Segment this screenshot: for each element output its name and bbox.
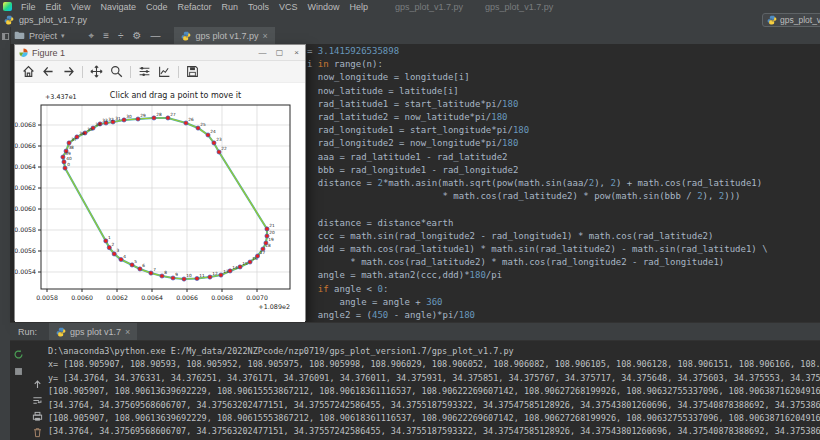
trash-icon[interactable] — [32, 427, 43, 438]
forward-icon[interactable] — [62, 65, 75, 78]
editor-tab-gps-plot[interactable]: gps plot v1.7.py × — [174, 27, 274, 44]
menu-item-code[interactable]: Code — [141, 2, 173, 12]
close-tab-icon[interactable]: × — [263, 31, 268, 41]
run-panel: Run: gps plot v1.7 × D:\anaconda3\python… — [10, 322, 820, 440]
svg-text:25: 25 — [200, 122, 206, 127]
hide-panel-icon[interactable]: — — [150, 30, 160, 41]
svg-text:Click and drag a point to move: Click and drag a point to move it — [110, 91, 241, 100]
python-file-icon — [4, 15, 14, 25]
edit-axes-icon[interactable] — [158, 65, 171, 78]
back-icon[interactable] — [42, 65, 55, 78]
svg-text:2: 2 — [112, 242, 115, 247]
home-icon[interactable] — [22, 65, 35, 78]
figure-title-bar[interactable]: Figure 1 — ▢ × — [15, 45, 305, 61]
svg-text:29: 29 — [140, 113, 146, 118]
svg-text:33: 33 — [102, 118, 108, 123]
svg-text:27: 27 — [170, 112, 176, 117]
svg-text:0: 0 — [67, 162, 70, 167]
pan-icon[interactable] — [90, 65, 103, 78]
close-tab-icon[interactable]: × — [125, 327, 130, 337]
run-panel-tab-row: Run: gps plot v1.7 × — [10, 323, 820, 341]
menu-item-window[interactable]: Window — [303, 2, 345, 12]
svg-text:9: 9 — [175, 272, 178, 277]
svg-text:+1.089e2: +1.089e2 — [258, 303, 290, 311]
svg-text:10: 10 — [186, 273, 192, 278]
project-stripe-icon[interactable] — [2, 33, 9, 40]
minimize-button[interactable]: — — [254, 48, 271, 57]
rerun-icon[interactable] — [13, 349, 24, 360]
svg-text:6: 6 — [142, 263, 145, 268]
figure-window[interactable]: Figure 1 — ▢ × 0.00580.00600.00620.00640… — [14, 44, 306, 321]
svg-text:0.0068: 0.0068 — [211, 294, 233, 301]
editor-tab-label: gps plot v1.7.py — [195, 31, 258, 41]
pycharm-window: { "menubar": { "items": ["File","Edit","… — [0, 0, 820, 440]
toolbar-separator — [82, 66, 83, 78]
svg-text:3: 3 — [117, 248, 120, 253]
svg-text:30: 30 — [126, 114, 132, 119]
up-arrow-icon[interactable] — [32, 379, 43, 390]
menu-item-edit[interactable]: Edit — [41, 2, 67, 12]
figure-toolbar — [15, 61, 305, 83]
svg-text:0.0066: 0.0066 — [15, 142, 36, 149]
svg-text:+3.437e1: +3.437e1 — [45, 93, 77, 101]
svg-text:0.0070: 0.0070 — [246, 294, 268, 301]
svg-text:20: 20 — [269, 230, 275, 235]
svg-text:15: 15 — [242, 261, 248, 266]
menu-item-vcs[interactable]: VCS — [274, 2, 303, 12]
panel-header-row: Project ▾ ⌖≡÷⚙— gps plot v1.7.py × — [0, 27, 820, 45]
breadcrumb-file[interactable]: gps_plot_v1.7.py — [19, 15, 87, 25]
svg-text:0.0062: 0.0062 — [15, 184, 36, 191]
print-icon[interactable] — [32, 411, 43, 422]
menu-item-refactor[interactable]: Refactor — [172, 2, 216, 12]
svg-text:0.0068: 0.0068 — [15, 121, 36, 128]
maximize-button[interactable]: ▢ — [271, 48, 288, 57]
svg-text:40: 40 — [66, 156, 72, 161]
save-icon[interactable] — [186, 65, 199, 78]
figure-canvas[interactable]: 0.00580.00600.00620.00640.00660.00680.00… — [15, 83, 305, 322]
gear-icon[interactable]: ⚙ — [133, 30, 142, 41]
expand-icon[interactable]: ÷ — [118, 30, 124, 41]
figure-window-title: Figure 1 — [32, 48, 65, 58]
menu-item-navigate[interactable]: Navigate — [95, 2, 141, 12]
svg-text:12: 12 — [212, 271, 218, 276]
project-panel-header[interactable]: Project ▾ — [14, 30, 65, 41]
svg-text:26: 26 — [188, 117, 194, 122]
svg-text:8: 8 — [164, 270, 167, 275]
locate-icon[interactable]: ⌖ — [89, 30, 95, 42]
menu-item-run[interactable]: Run — [216, 2, 243, 12]
svg-text:23: 23 — [216, 137, 222, 142]
menu-item-file[interactable]: File — [16, 2, 41, 12]
svg-text:0.0062: 0.0062 — [106, 294, 128, 301]
close-button[interactable]: × — [288, 48, 305, 57]
svg-text:28: 28 — [156, 112, 162, 117]
matplotlib-icon — [19, 48, 28, 57]
svg-text:37: 37 — [71, 137, 77, 142]
python-icon — [56, 327, 66, 337]
run-label: Run: — [18, 327, 37, 337]
menu-item-tools[interactable]: Tools — [243, 2, 274, 12]
svg-text:34: 34 — [95, 122, 101, 127]
zoom-icon[interactable] — [110, 65, 123, 78]
menu-bar: FileEditViewNavigateCodeRefactorRunTools… — [0, 0, 820, 13]
svg-text:0.0064: 0.0064 — [15, 163, 36, 170]
configure-subplots-icon[interactable] — [138, 65, 151, 78]
svg-text:32: 32 — [108, 117, 114, 122]
svg-text:4: 4 — [123, 254, 126, 259]
collapse-all-icon[interactable]: ≡ — [103, 30, 109, 41]
menu-items: FileEditViewNavigateCodeRefactorRunTools… — [16, 2, 373, 12]
menu-item-view[interactable]: View — [66, 2, 95, 12]
run-configuration-chip[interactable]: gps_plot_v1 — [762, 13, 820, 27]
soft-wrap-icon[interactable] — [32, 395, 43, 406]
stop-icon[interactable] — [13, 366, 24, 377]
svg-text:38: 38 — [68, 145, 74, 150]
run-tab[interactable]: gps plot v1.7 × — [49, 323, 137, 340]
svg-text:0.0066: 0.0066 — [176, 294, 198, 301]
menu-item-help[interactable]: Help — [345, 2, 374, 12]
svg-text:1: 1 — [108, 235, 111, 240]
svg-text:0.0060: 0.0060 — [71, 294, 93, 301]
svg-text:0.0060: 0.0060 — [15, 205, 36, 212]
gps-plot[interactable]: 0.00580.00600.00620.00640.00660.00680.00… — [15, 83, 305, 322]
chevron-down-icon[interactable]: ▾ — [61, 32, 65, 40]
window-title-file: gps_plot_v1.7.py — [485, 2, 553, 12]
project-panel-title: Project — [29, 31, 57, 41]
